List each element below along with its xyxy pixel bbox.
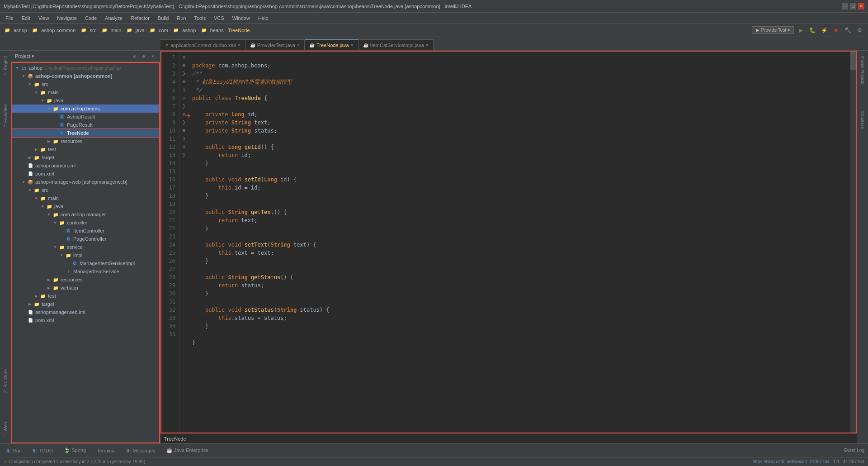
scrollbar-thumb[interactable] (850, 52, 856, 70)
tab-treenode[interactable]: ☕ TreeNode.java × (305, 39, 359, 50)
bc-sep5: › (146, 28, 147, 33)
bottom-right: Event Log (844, 448, 864, 453)
tree-pom2[interactable]: 📄 pom.xml (12, 316, 159, 324)
tab-applicationcontext[interactable]: ✦ applicationContext-dubbo.xml × (160, 39, 245, 50)
menu-navigate[interactable]: Navigate (53, 14, 80, 22)
tab-close-providertest[interactable]: × (297, 43, 300, 48)
tree-target2[interactable]: ▶ 📁 target (12, 300, 159, 308)
event-log-btn[interactable]: Event Log (844, 448, 864, 453)
bottom-tab-javaee[interactable]: ☕ Java Enterprise (164, 447, 211, 454)
menu-code[interactable]: Code (81, 14, 100, 22)
tree-iml1[interactable]: 📄 ashopcommon.iml (12, 162, 159, 170)
arrow-controller: ▼ (52, 219, 58, 226)
close-button[interactable]: ✕ (858, 3, 864, 10)
bottom-tab-todo[interactable]: 6: TODO (30, 447, 56, 454)
tree-test2[interactable]: ▶ 📁 test (12, 292, 159, 300)
tab-icon-treenode: ☕ (309, 43, 315, 48)
bottom-tab-spring[interactable]: 🍃 Spring (61, 447, 89, 454)
bc-folder3: 📁 (80, 27, 87, 34)
database-panel[interactable]: Database (859, 108, 866, 133)
tree-manageritemserviceimpl[interactable]: C ManagerItemServiceImpl (12, 259, 159, 267)
code-content[interactable]: package com.ashop.beans; /** * 封装EasyUI树… (189, 52, 850, 433)
menu-tools[interactable]: Tools (190, 14, 209, 22)
tree-pagecontroller[interactable]: C PageController (12, 235, 159, 243)
vtab-structure[interactable]: Z: Structure (1, 364, 10, 398)
tree-target1[interactable]: ▶ 📁 target (12, 153, 159, 162)
tree-ashop-common[interactable]: ▼ 📦 ashop-common [ashopcommon] (12, 72, 159, 80)
tree-resources1[interactable]: ▶ 📁 resources (12, 137, 159, 145)
window-controls[interactable]: ─ □ ✕ (842, 3, 864, 10)
vtab-favorites[interactable]: 2: Favorites (1, 99, 10, 133)
minimize-button[interactable]: ─ (842, 3, 848, 10)
tree-controller[interactable]: ▼ 📁 controller (12, 219, 159, 227)
tree-main2[interactable]: ▼ 📁 main (12, 194, 159, 202)
stop-button[interactable]: ■ (831, 25, 841, 35)
menu-window[interactable]: Window (229, 14, 254, 22)
arrow-src2: ▼ (27, 187, 33, 193)
tree-pom1[interactable]: 📄 pom.xml (12, 170, 159, 178)
menu-bar: File Edit View Navigate Code Analyze Ref… (0, 13, 868, 24)
bottom-tab-messages[interactable]: 0: Messages (124, 447, 158, 454)
settings-button[interactable]: ⚙ (854, 25, 864, 35)
status-url[interactable]: https://blog.csdn.net/weixin_41357764 (753, 459, 830, 464)
scrollbar-track[interactable] (850, 52, 856, 433)
tree-beans-package[interactable]: ▼ 📁 com.ashop.beans (12, 105, 159, 113)
panel-close-icon[interactable]: × (149, 52, 156, 60)
coverage-button[interactable]: ⚡ (819, 25, 829, 35)
tree-treenode[interactable]: C TreeNode (12, 129, 159, 137)
tree-webapp[interactable]: ▶ 📁 webapp (12, 284, 159, 292)
menu-file[interactable]: File (2, 14, 17, 22)
arrow-target2: ▶ (27, 301, 33, 307)
tree-java2[interactable]: ▼ 📁 java (12, 202, 159, 210)
vtab-web[interactable]: 1: Web (1, 417, 10, 442)
tree-root-ashop[interactable]: ▼ 🗂 ashop C:\githubRepositories\shopping… (12, 64, 159, 72)
icon-treenode: C (58, 129, 66, 137)
tree-resources2[interactable]: ▶ 📁 resources (12, 276, 159, 284)
menu-edit[interactable]: Edit (18, 14, 34, 22)
tree-test1[interactable]: ▶ 📁 test (12, 145, 159, 153)
arrow-test2: ▶ (33, 293, 39, 299)
tree-itemcontroller[interactable]: C ItemController (12, 227, 159, 235)
tree-java1[interactable]: ▼ 📁 java (12, 96, 159, 105)
tree-main1[interactable]: ▼ 📁 main (12, 88, 159, 96)
tab-close-applicationcontext[interactable]: × (238, 43, 241, 48)
label-src2: src (42, 187, 48, 193)
label-manageritemserviceimpl: ManagerItemServiceImpl (80, 261, 135, 266)
debug-button[interactable]: 🐛 (807, 25, 817, 35)
tree-src1[interactable]: ▼ 📁 src (12, 80, 159, 88)
panel-settings-icon[interactable]: ⚙ (140, 52, 147, 60)
tree-ashopresult[interactable]: C AshopResult (12, 113, 159, 121)
tree-iml2[interactable]: 📄 ashopmanagerweb.iml (12, 308, 159, 316)
tree-impl[interactable]: ▼ 📁 impl (12, 251, 159, 259)
arrow-java2: ▼ (39, 203, 46, 209)
menu-view[interactable]: View (35, 14, 53, 22)
build-button[interactable]: 🔨 (843, 25, 853, 35)
tab-close-treenode[interactable]: × (351, 43, 354, 48)
bottom-tab-terminal[interactable]: Terminal (94, 447, 118, 454)
tree-src2[interactable]: ▼ 📁 src (12, 186, 159, 194)
tab-close-itemcat[interactable]: × (426, 43, 429, 48)
menu-help[interactable]: Help (255, 14, 272, 22)
run-button[interactable]: ▶ (796, 25, 806, 35)
menu-analyze[interactable]: Analyze (101, 14, 126, 22)
bc-folder7: 📁 (172, 27, 179, 34)
run-config-button[interactable]: ▶ ProviderTest ▾ (752, 26, 794, 34)
tab-providertest[interactable]: ☕ ProviderTest.java × (245, 39, 305, 50)
tree-manageritemservice[interactable]: I ManagerItemService (12, 267, 159, 276)
icon-manageritemservice: I (65, 268, 72, 275)
tree-manager-package[interactable]: ▼ 📁 com.ashop.manager (12, 210, 159, 219)
arrow-src1: ▼ (27, 81, 33, 87)
tree-service[interactable]: ▼ 📁 service (12, 243, 159, 251)
panel-sync-icon[interactable]: ⊙ (131, 52, 138, 60)
menu-refactor[interactable]: Refactor (127, 14, 153, 22)
menu-build[interactable]: Build (154, 14, 172, 22)
bottom-tab-run[interactable]: 4: Run (4, 447, 24, 454)
maven-projects-panel[interactable]: Maven Projects (859, 52, 866, 88)
tab-itemcatserviceimpl[interactable]: ☕ ItemCatServiceImpl.java × (359, 39, 434, 50)
menu-run[interactable]: Run (173, 14, 189, 22)
menu-vcs[interactable]: VCS (210, 14, 228, 22)
tree-manager-web[interactable]: ▼ 📦 ashop-manager-web [ashopmanagerweb] (12, 178, 159, 186)
tree-pageresult[interactable]: C PageResult (12, 121, 159, 129)
maximize-button[interactable]: □ (850, 3, 856, 10)
vtab-project[interactable]: 1: Project (1, 51, 10, 81)
